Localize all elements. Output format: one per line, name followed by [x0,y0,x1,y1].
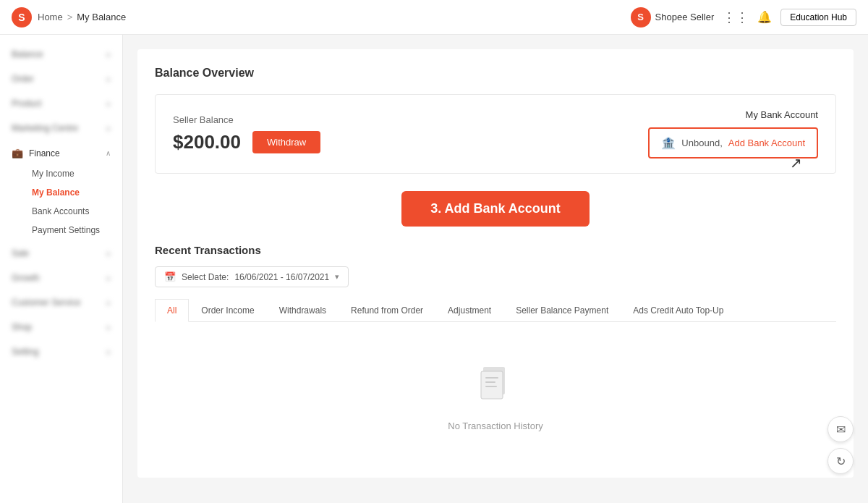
tab-all[interactable]: All [155,299,189,322]
sidebar-label: Customer Service [12,297,80,308]
breadcrumb: Home > My Balance [38,12,126,22]
balance-amount: $200.00 [173,131,241,153]
sidebar-item-marketing[interactable]: Marketing Centre ∨ [0,117,122,139]
tab-order-income[interactable]: Order Income [189,299,266,322]
sidebar-item-balance[interactable]: Balance ∨ [0,43,122,65]
education-hub-button[interactable]: Education Hub [780,9,856,26]
nav-left: S Home > My Balance [12,7,126,28]
sidebar-section-finance: 💼 Finance ∧ My Income My Balance Bank Ac… [0,142,122,240]
seller-logo-icon: S [631,7,651,28]
bank-icon: 🏦 [661,136,676,150]
svg-rect-5 [485,377,498,379]
breadcrumb-current: My Balance [77,12,126,22]
sidebar-item-payment-settings[interactable]: Payment Settings [20,221,122,240]
balance-left: Seller Balance $200.00 Withdraw [173,114,320,153]
date-filter[interactable]: 📅 Select Date: 16/06/2021 - 16/07/2021 ▾ [155,266,349,287]
cta-label: Add Bank Account [445,201,561,216]
shopee-logo: S [12,7,32,28]
date-filter-label: Select Date: [182,272,229,282]
sidebar-item-sale[interactable]: Sale ∨ [0,242,122,264]
sidebar-section-blurred5: Sale ∨ [0,242,122,264]
sidebar-sub-finance: My Income My Balance Bank Accounts Payme… [0,164,122,240]
chevron-icon: ∨ [106,348,111,356]
sidebar-item-growth[interactable]: Growth ∨ [0,267,122,289]
fab-area: ✉ ↻ [827,416,854,474]
date-filter-value: 16/06/2021 - 16/07/2021 [234,272,329,282]
sidebar-item-customer-service[interactable]: Customer Service ∨ [0,292,122,313]
recent-transactions-section: Recent Transactions 📅 Select Date: 16/06… [155,244,836,460]
balance-right: My Bank Account 🏦 Unbound, Add Bank Acco… [648,109,818,158]
chat-fab-button[interactable]: ✉ [827,416,854,442]
grid-icon[interactable]: ⋮⋮ [723,9,749,25]
chevron-down-icon: ▾ [335,272,339,282]
sidebar-label: Setting [12,347,38,357]
tab-refund-from-order[interactable]: Refund from Order [339,299,435,322]
sidebar-label: Product [12,98,41,109]
tab-withdrawals[interactable]: Withdrawals [267,299,339,322]
sidebar-label: Growth [12,273,40,283]
chevron-icon: ∨ [106,100,111,108]
chevron-icon: ∨ [106,324,111,331]
sidebar-section-blurred2: Order ∨ [0,68,122,90]
add-bank-account-cta-button[interactable]: 3. Add Bank Account [401,191,590,227]
breadcrumb-home[interactable]: Home [38,12,63,22]
calendar-icon: 📅 [164,271,176,282]
sidebar-section-blurred3: Product ∨ [0,93,122,114]
sidebar-finance-label: Finance [29,148,60,158]
sidebar-item-order[interactable]: Order ∨ [0,68,122,90]
bank-account-box[interactable]: 🏦 Unbound, Add Bank Account ↗ [648,127,818,158]
sidebar-label: Order [12,74,34,84]
sidebar-label: Shop [12,322,32,332]
add-bank-account-link[interactable]: Add Bank Account [728,138,805,148]
main-content: Balance Overview Seller Balance $200.00 … [123,35,868,503]
cursor-arrow-icon: ↗ [790,154,802,172]
refresh-fab-button[interactable]: ↻ [827,448,854,474]
tab-seller-balance-payment[interactable]: Seller Balance Payment [503,299,621,322]
sidebar-item-finance[interactable]: 💼 Finance ∧ [0,142,122,164]
svg-rect-4 [481,371,503,399]
sidebar-section-blurred6: Growth ∨ [0,267,122,289]
unbound-text: Unbound, [681,138,722,148]
sidebar: Balance ∨ Order ∨ Product ∨ Marketing Ce… [0,35,123,503]
page-card: Balance Overview Seller Balance $200.00 … [137,49,854,478]
sidebar-item-bank-accounts[interactable]: Bank Accounts [20,202,122,221]
sidebar-item-product[interactable]: Product ∨ [0,93,122,114]
chevron-up-icon: ∧ [106,149,111,157]
recent-transactions-title: Recent Transactions [155,244,836,256]
top-navigation: S Home > My Balance S Shopee Seller ⋮⋮ 🔔… [0,0,868,35]
tab-ads-credit-auto-top-up[interactable]: Ads Credit Auto Top-Up [621,299,736,322]
sidebar-item-shop[interactable]: Shop ∨ [0,316,122,338]
chevron-icon: ∨ [106,75,111,83]
empty-text: No Transaction History [448,420,543,431]
sidebar-section-blurred9: Setting ∨ [0,341,122,363]
empty-state: No Transaction History [155,322,836,460]
withdraw-button[interactable]: Withdraw [252,131,320,153]
transaction-tabs: All Order Income Withdrawals Refund from… [155,299,836,322]
sidebar-item-setting[interactable]: Setting ∨ [0,341,122,363]
sidebar-label: Balance [12,49,43,59]
balance-label: Seller Balance [173,114,320,125]
sidebar-section-blurred1: Balance ∨ [0,43,122,65]
tab-adjustment[interactable]: Adjustment [435,299,503,322]
sidebar-section-blurred4: Marketing Centre ∨ [0,117,122,139]
chevron-icon: ∨ [106,299,111,307]
cta-step: 3. [430,201,441,216]
sidebar-item-my-income[interactable]: My Income [20,164,122,183]
nav-right: S Shopee Seller ⋮⋮ 🔔 Education Hub [631,7,856,28]
sidebar-item-my-balance[interactable]: My Balance [20,183,122,202]
sidebar-finance-icon: 💼 [12,148,23,158]
chevron-icon: ∨ [106,51,111,59]
cta-area: 3. Add Bank Account [155,191,836,227]
sidebar-label: Marketing Centre [12,123,78,133]
bank-account-label: My Bank Account [648,109,818,120]
chevron-icon: ∨ [106,274,111,282]
empty-document-icon [477,365,514,412]
chevron-icon: ∨ [106,250,111,258]
svg-rect-6 [485,381,495,383]
sidebar-section-blurred7: Customer Service ∨ [0,292,122,313]
seller-name: Shopee Seller [655,12,715,22]
seller-badge: S Shopee Seller [631,7,715,28]
balance-amount-row: $200.00 Withdraw [173,131,320,153]
bell-icon[interactable]: 🔔 [757,10,772,24]
page-title: Balance Overview [155,67,836,80]
